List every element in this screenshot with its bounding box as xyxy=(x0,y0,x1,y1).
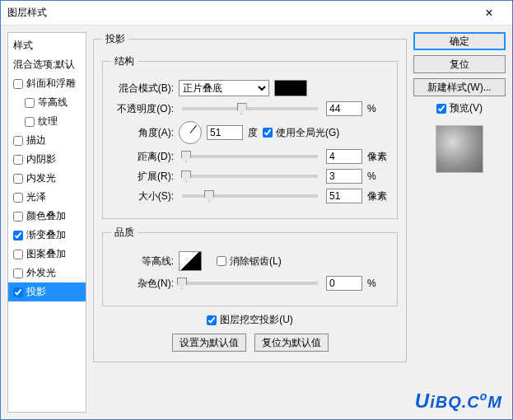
opacity-slider[interactable] xyxy=(182,107,318,110)
sidebar-item-label: 斜面和浮雕 xyxy=(26,77,76,91)
ok-button[interactable]: 确定 xyxy=(413,32,506,50)
blend-mode-label: 混合模式(B): xyxy=(111,82,174,96)
sidebar-checkbox[interactable] xyxy=(13,268,23,278)
reset-default-button[interactable]: 复位为默认值 xyxy=(254,334,329,352)
sidebar-item-label: 光泽 xyxy=(26,190,46,204)
sidebar-checkbox[interactable] xyxy=(13,231,23,240)
angle-label: 角度(A): xyxy=(111,126,174,140)
structure-group: 结构 混合模式(B): 正片叠底 不透明度(O): 44 % xyxy=(102,54,398,219)
sidebar-checkbox[interactable] xyxy=(13,193,23,203)
reset-button[interactable]: 复位 xyxy=(413,55,506,73)
sidebar-item-label: 投影 xyxy=(26,285,46,299)
opacity-label: 不透明度(O): xyxy=(111,102,174,116)
distance-input[interactable]: 4 xyxy=(326,149,362,164)
shadow-color-swatch[interactable] xyxy=(274,80,307,96)
spread-unit: % xyxy=(367,170,389,182)
sidebar-item-label: 内阴影 xyxy=(26,152,56,166)
titlebar: 图层样式 × xyxy=(1,1,512,26)
sidebar-checkbox[interactable] xyxy=(13,155,23,165)
sidebar-item-0[interactable]: 斜面和浮雕 xyxy=(8,74,86,93)
distance-slider[interactable] xyxy=(182,155,318,158)
sidebar-item-label: 图案叠加 xyxy=(26,247,66,261)
sidebar-checkbox[interactable] xyxy=(25,117,35,127)
sidebar-item-8[interactable]: 渐变叠加 xyxy=(8,226,86,245)
size-input[interactable]: 51 xyxy=(326,189,362,203)
sidebar-item-label: 渐变叠加 xyxy=(26,228,66,242)
window-title: 图层样式 xyxy=(7,6,473,20)
size-label: 大小(S): xyxy=(111,189,174,203)
noise-input[interactable]: 0 xyxy=(326,276,362,291)
angle-unit: 度 xyxy=(248,126,258,140)
spread-slider[interactable] xyxy=(182,175,318,178)
sidebar-item-label: 颜色叠加 xyxy=(26,209,66,223)
angle-dial[interactable] xyxy=(179,121,202,144)
blend-mode-select[interactable]: 正片叠底 xyxy=(179,80,269,96)
contour-picker[interactable] xyxy=(179,251,202,271)
opacity-input[interactable]: 44 xyxy=(326,101,362,116)
sidebar-item-11[interactable]: 投影 xyxy=(8,282,86,301)
sidebar-item-label: 外发光 xyxy=(26,266,56,280)
sidebar-checkbox[interactable] xyxy=(13,212,23,222)
sidebar-checkbox[interactable] xyxy=(13,287,23,297)
size-slider[interactable] xyxy=(182,194,318,198)
sidebar-item-6[interactable]: 光泽 xyxy=(8,188,86,207)
right-panel: 确定 复位 新建样式(W)... 预览(V) xyxy=(413,32,506,413)
sidebar-item-4[interactable]: 内阴影 xyxy=(8,150,86,169)
close-icon[interactable]: × xyxy=(473,6,506,21)
drop-shadow-group: 投影 结构 混合模式(B): 正片叠底 不透明度(O): 44 xyxy=(93,32,407,362)
sidebar-checkbox[interactable] xyxy=(13,136,23,146)
quality-legend: 品质 xyxy=(111,226,138,240)
spread-label: 扩展(R): xyxy=(111,170,174,184)
sidebar-checkbox[interactable] xyxy=(25,98,35,108)
sidebar-item-label: 纹理 xyxy=(38,114,58,128)
sidebar-item-7[interactable]: 颜色叠加 xyxy=(8,207,86,226)
distance-label: 距离(D): xyxy=(111,150,174,164)
preview-thumbnail xyxy=(436,125,483,173)
sidebar-item-2[interactable]: 纹理 xyxy=(8,112,86,131)
sidebar-item-1[interactable]: 等高线 xyxy=(8,93,86,112)
structure-legend: 结构 xyxy=(111,54,138,68)
global-light-checkbox[interactable]: 使用全局光(G) xyxy=(263,126,339,140)
sidebar-item-10[interactable]: 外发光 xyxy=(8,264,86,282)
size-unit: 像素 xyxy=(367,189,389,203)
sidebar-checkbox[interactable] xyxy=(13,174,23,184)
opacity-unit: % xyxy=(367,103,389,114)
sidebar-header-blend[interactable]: 混合选项:默认 xyxy=(8,55,86,74)
spread-input[interactable]: 3 xyxy=(326,169,362,184)
watermark: UiBQ.CoM xyxy=(415,390,502,413)
center-panel: 投影 结构 混合模式(B): 正片叠底 不透明度(O): 44 xyxy=(93,32,407,413)
set-default-button[interactable]: 设置为默认值 xyxy=(172,334,246,352)
sidebar-item-5[interactable]: 内发光 xyxy=(8,169,86,188)
sidebar-item-3[interactable]: 描边 xyxy=(8,131,86,150)
sidebar-item-label: 内发光 xyxy=(26,171,56,185)
distance-unit: 像素 xyxy=(367,150,389,164)
noise-unit: % xyxy=(367,278,389,289)
sidebar-item-label: 描边 xyxy=(26,133,46,147)
knockout-checkbox[interactable]: 图层挖空投影(U) xyxy=(207,313,293,327)
content: 样式 混合选项:默认 斜面和浮雕等高线纹理描边内阴影内发光光泽颜色叠加渐变叠加图… xyxy=(1,26,512,419)
noise-label: 杂色(N): xyxy=(111,277,174,291)
noise-slider[interactable] xyxy=(182,282,318,285)
sidebar-item-9[interactable]: 图案叠加 xyxy=(8,245,86,264)
new-style-button[interactable]: 新建样式(W)... xyxy=(413,78,506,96)
preview-checkbox[interactable]: 预览(V) xyxy=(413,101,506,115)
sidebar-header-styles[interactable]: 样式 xyxy=(8,36,86,55)
sidebar-checkbox[interactable] xyxy=(13,250,23,259)
angle-input[interactable]: 51 xyxy=(207,125,243,140)
contour-label: 等高线: xyxy=(111,254,174,268)
antialias-checkbox[interactable]: 消除锯齿(L) xyxy=(217,254,282,268)
sidebar-checkbox[interactable] xyxy=(13,79,23,89)
quality-group: 品质 等高线: 消除锯齿(L) 杂色(N): 0 xyxy=(102,226,398,306)
panel-title: 投影 xyxy=(102,32,128,46)
styles-sidebar: 样式 混合选项:默认 斜面和浮雕等高线纹理描边内阴影内发光光泽颜色叠加渐变叠加图… xyxy=(7,32,86,413)
sidebar-item-label: 等高线 xyxy=(38,96,68,110)
main-area: 投影 结构 混合模式(B): 正片叠底 不透明度(O): 44 xyxy=(93,32,506,413)
